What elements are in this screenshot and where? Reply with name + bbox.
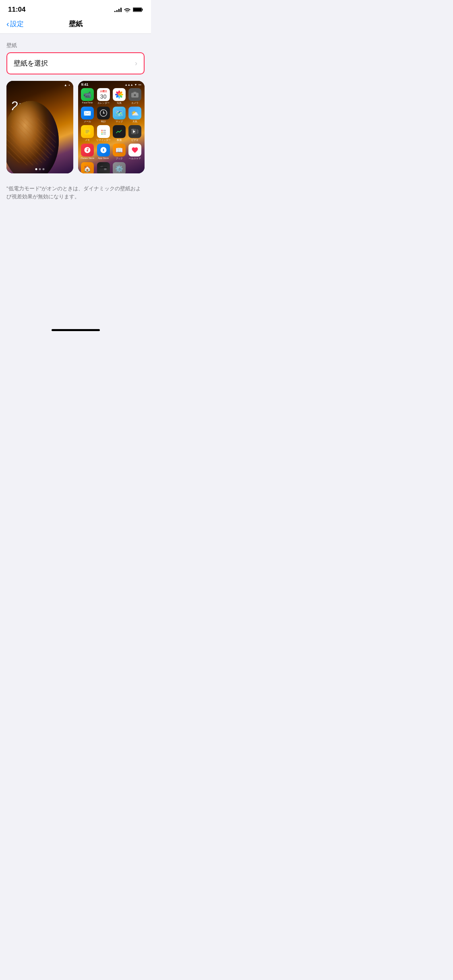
appstore-icon	[97, 144, 110, 156]
svg-line-36	[134, 129, 134, 130]
app-clock[interactable]: 時計	[96, 107, 111, 124]
app-camera[interactable]: カメラ	[128, 88, 142, 105]
app-maps[interactable]: 🗺️ マップ	[112, 107, 126, 124]
hs-apps-grid: 📹 FaceTime 火曜日 30 カレンダー	[78, 87, 145, 173]
status-icons	[114, 7, 143, 12]
select-wallpaper-row[interactable]: 壁紙を選択 ›	[6, 52, 145, 74]
health-icon	[128, 144, 141, 156]
chevron-left-icon: ‹	[6, 19, 9, 29]
hs-time: 9:41	[81, 82, 89, 86]
maps-icon: 🗺️	[113, 107, 126, 119]
settings-icon: ⚙️	[113, 162, 126, 173]
lockscreen-status: ▲ ▪	[64, 83, 70, 87]
stocks-icon	[113, 125, 126, 138]
camera-label: カメラ	[131, 101, 139, 105]
app-notes[interactable]: メモ	[81, 125, 95, 142]
maps-label: マップ	[116, 120, 123, 124]
health-label: ヘルスケア	[129, 157, 141, 161]
status-bar: 11:04	[0, 0, 151, 16]
app-empty	[128, 162, 142, 173]
hs-status-icons: ▲▲▲ ▼ ▪▪▪	[125, 83, 141, 86]
app-books[interactable]: 📖 ブック	[112, 144, 126, 161]
videos-label: ビデオ	[131, 138, 139, 142]
svg-point-27	[101, 134, 102, 135]
svg-point-25	[101, 130, 102, 131]
svg-rect-38	[100, 167, 107, 168]
svg-marker-32	[137, 129, 139, 134]
books-icon: 📖	[113, 144, 126, 156]
app-home[interactable]: 🏠 ホーム	[81, 162, 95, 173]
app-settings[interactable]: ⚙️ 設定	[112, 162, 126, 173]
facetime-label: FaceTime	[82, 101, 93, 104]
app-appstore[interactable]: App Store	[96, 144, 111, 161]
section-header: 壁紙	[0, 34, 151, 52]
app-weather[interactable]: ⛅ 天気	[128, 107, 142, 124]
wallpaper-previews: ▲ ▪ 2:41 1月10日 水曜日 9:41 ▲▲▲ ▼ ▪▪▪	[0, 74, 151, 180]
photos-icon	[113, 88, 126, 101]
svg-rect-15	[134, 92, 137, 93]
clock-icon	[97, 107, 110, 119]
app-calendar[interactable]: 火曜日 30 カレンダー	[96, 88, 111, 105]
app-stocks[interactable]: 株価	[112, 125, 126, 142]
app-facetime[interactable]: 📹 FaceTime	[81, 88, 95, 105]
app-videos[interactable]: ビデオ	[128, 125, 142, 142]
home-icon: 🏠	[81, 162, 94, 173]
svg-line-34	[132, 129, 132, 130]
svg-point-3	[118, 93, 120, 96]
back-label: 設定	[10, 19, 24, 29]
lockscreen-wallpaper-planet	[6, 101, 59, 173]
status-time: 11:04	[8, 6, 25, 14]
svg-point-26	[101, 132, 102, 133]
reminders-label: リマインダー	[96, 138, 111, 142]
svg-rect-1	[142, 9, 143, 11]
svg-rect-2	[133, 8, 141, 11]
itunes-icon	[81, 144, 94, 156]
select-wallpaper-label: 壁紙を選択	[14, 59, 48, 68]
page-title: 壁紙	[69, 19, 83, 29]
back-button[interactable]: ‹ 設定	[6, 19, 24, 29]
mail-icon: ✉️	[81, 107, 94, 119]
app-health[interactable]: ヘルスケア	[128, 144, 142, 161]
chevron-right-icon: ›	[135, 59, 137, 68]
lockscreen-preview[interactable]: ▲ ▪ 2:41 1月10日 水曜日	[6, 81, 73, 173]
app-itunes[interactable]: iTunes Store	[81, 144, 95, 161]
facetime-icon: 📹	[81, 88, 94, 101]
info-text: "低電力モード"がオンのときは、ダイナミックの壁紙および視差効果が無効になります…	[0, 180, 151, 205]
home-indicator	[0, 326, 151, 336]
camera-icon	[128, 88, 141, 101]
svg-point-19	[103, 113, 104, 114]
signal-icon	[114, 7, 122, 12]
app-photos[interactable]: 写真	[112, 88, 126, 105]
appstore-label: App Store	[98, 157, 109, 159]
stocks-label: 株価	[117, 138, 122, 142]
videos-icon	[128, 125, 141, 138]
svg-rect-39	[104, 168, 106, 170]
weather-icon: ⛅	[128, 107, 141, 119]
app-wallet[interactable]: Wallet	[96, 162, 111, 173]
homescreen-preview[interactable]: 9:41 ▲▲▲ ▼ ▪▪▪ 📹 FaceTime 火曜日	[78, 81, 145, 173]
mail-label: メール	[84, 120, 91, 124]
app-mail[interactable]: ✉️ メール	[81, 107, 95, 124]
hs-statusbar: 9:41 ▲▲▲ ▼ ▪▪▪	[78, 81, 145, 87]
svg-point-14	[134, 94, 136, 96]
wallet-icon	[97, 162, 110, 173]
weather-label: 天気	[132, 120, 137, 124]
photos-label: 写真	[117, 101, 122, 105]
battery-icon	[133, 7, 143, 12]
itunes-label: iTunes Store	[81, 157, 94, 159]
svg-line-35	[132, 129, 133, 130]
app-reminders[interactable]: リマインダー	[96, 125, 111, 142]
notes-icon	[81, 125, 94, 138]
svg-rect-41	[101, 166, 103, 167]
svg-rect-24	[100, 129, 106, 135]
home-bar	[52, 329, 100, 331]
calendar-label: カレンダー	[97, 101, 110, 105]
wifi-icon	[124, 7, 130, 12]
reminders-icon	[97, 125, 110, 138]
clock-label: 時計	[101, 120, 106, 124]
notes-label: メモ	[85, 138, 90, 142]
books-label: ブック	[116, 157, 123, 161]
nav-bar: ‹ 設定 壁紙	[0, 16, 151, 34]
calendar-icon: 火曜日 30	[97, 88, 110, 101]
lockscreen-page-dots	[35, 168, 44, 170]
